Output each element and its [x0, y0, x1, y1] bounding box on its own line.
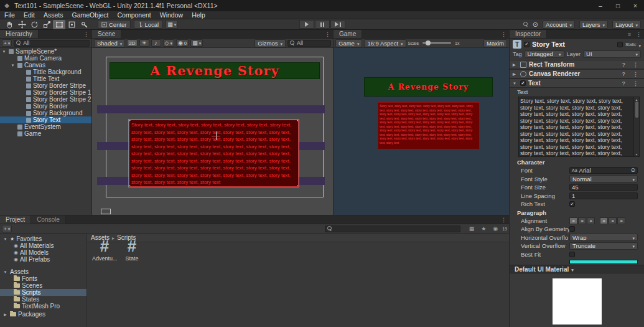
gizmos-dropdown[interactable]: Gizmos — [254, 39, 286, 47]
rotate-tool-icon[interactable] — [28, 20, 40, 29]
align-right-icon[interactable]: ≡ — [587, 217, 595, 224]
text-component[interactable]: ▼ Text ? ⋮ — [510, 78, 644, 88]
account-dropdown[interactable]: Account — [543, 21, 575, 29]
selection-handle[interactable] — [129, 120, 131, 121]
step-button[interactable] — [330, 20, 345, 29]
hierarchy-item-main-camera[interactable]: Main Camera — [0, 55, 91, 62]
play-button[interactable] — [299, 20, 314, 29]
hierarchy-item-tittle-text[interactable]: Tittle Text — [0, 75, 91, 82]
grid-snapping-button[interactable]: ▦ — [166, 20, 178, 29]
align-by-geometry-checkbox[interactable] — [569, 226, 575, 232]
font-object-field[interactable]: AaArial⊙ — [569, 167, 638, 174]
label-filter-icon[interactable]: ★ — [478, 225, 488, 232]
hidden-packages-icon[interactable]: ◉ — [490, 225, 500, 232]
static-dropdown-icon[interactable] — [638, 39, 641, 50]
selection-handle[interactable] — [297, 185, 299, 187]
tab-game[interactable]: Game — [334, 30, 362, 38]
story-text-object-selected[interactable]: Story text, story text, story text, stor… — [129, 120, 299, 187]
assets-root[interactable]: Assets — [0, 268, 86, 275]
component-enabled-checkbox[interactable] — [520, 80, 526, 86]
expand-arrow-icon[interactable] — [2, 237, 8, 241]
scene-viewport[interactable]: A Revenge Story Story text, story text, … — [92, 48, 333, 215]
add-gameobject-button[interactable]: + — [2, 39, 12, 47]
packages-root[interactable]: Packages — [0, 311, 86, 318]
hierarchy-item-story-background[interactable]: Story Background — [0, 110, 91, 116]
align-center-icon[interactable]: ≡ — [578, 217, 586, 224]
file-state-script[interactable]: # State — [119, 237, 144, 262]
align-bottom-icon[interactable]: ≡ — [617, 217, 625, 224]
hierarchy-item-story-border-stripe[interactable]: Story Border Stripe — [0, 82, 91, 89]
scene-audio-button[interactable]: ♪ — [151, 39, 161, 47]
active-checkbox[interactable] — [524, 42, 530, 47]
move-gizmo[interactable] — [212, 131, 220, 140]
align-top-icon[interactable]: ≡ — [600, 217, 608, 224]
tab-scene[interactable]: Scene — [92, 30, 121, 38]
rich-text-checkbox[interactable] — [569, 201, 575, 207]
scroll-up-icon[interactable]: ▲ — [635, 97, 638, 102]
layout-dropdown[interactable]: Layout — [612, 21, 641, 29]
favorites-header[interactable]: ★Favorites — [0, 235, 86, 242]
expand-arrow-icon[interactable] — [1, 50, 7, 54]
folder-scripts-selected[interactable]: Scripts — [0, 289, 86, 296]
tab-hierarchy[interactable]: Hierarchy — [0, 30, 39, 38]
scene-lighting-button[interactable]: ☀ — [139, 39, 149, 47]
tab-console[interactable]: Console — [31, 216, 66, 224]
folder-textmesh-pro[interactable]: TextMesh Pro — [0, 303, 86, 310]
hierarchy-item-story-border-stripe-1[interactable]: Story Border Stripe 1 — [0, 89, 91, 96]
tab-project[interactable]: Project — [0, 216, 31, 224]
panel-menu-icon[interactable]: ⋮ — [498, 216, 509, 224]
hierarchy-search-input[interactable]: All — [14, 40, 90, 47]
close-button[interactable]: × — [627, 0, 644, 11]
hierarchy-item-story-border[interactable]: Story Border — [0, 103, 91, 110]
scale-tool-icon[interactable] — [40, 20, 53, 29]
hierarchy-item-tittle-background[interactable]: Tittle Background — [0, 69, 91, 75]
scale-slider-thumb[interactable] — [426, 40, 431, 45]
expand-arrow-icon[interactable] — [10, 64, 16, 67]
search-icon[interactable] — [523, 22, 528, 27]
selection-handle[interactable] — [129, 185, 131, 187]
pause-button[interactable] — [315, 20, 330, 29]
expand-arrow-icon[interactable] — [2, 270, 8, 274]
help-icon[interactable]: ? — [620, 80, 628, 87]
hierarchy-item-eventsystem[interactable]: EventSystem — [0, 123, 91, 130]
selection-handle[interactable] — [297, 120, 299, 121]
aspect-ratio-dropdown[interactable]: 16:9 Aspect — [364, 39, 406, 47]
static-checkbox[interactable] — [617, 42, 623, 47]
hierarchy-item-samplescene[interactable]: SampleScene* — [0, 48, 91, 55]
favorite-all-materials[interactable]: ◉All Materials — [0, 242, 86, 249]
rect-transform-component[interactable]: ▶ Rect Transform ? ⋮ — [510, 60, 644, 69]
align-left-icon[interactable]: ≡ — [569, 217, 577, 224]
move-tool-icon[interactable] — [16, 20, 28, 29]
menu-help[interactable]: Help — [187, 11, 210, 19]
align-middle-icon[interactable]: ≡ — [609, 217, 617, 224]
hierarchy-item-story-border-stripe-2[interactable]: Story Border Stripe 2 — [0, 96, 91, 103]
add-asset-button[interactable]: + — [2, 225, 12, 232]
object-picker-icon[interactable]: ⊙ — [630, 168, 635, 173]
layers-dropdown[interactable]: Layers — [579, 21, 608, 29]
hierarchy-item-story-text[interactable]: Story Text — [0, 116, 91, 123]
tag-dropdown[interactable]: Untagged — [525, 50, 564, 58]
minimize-button[interactable]: – — [592, 0, 609, 11]
target-icon[interactable]: ⊙ — [533, 21, 538, 28]
component-menu-icon[interactable]: ⋮ — [630, 80, 641, 87]
menu-assets[interactable]: Assets — [39, 11, 68, 19]
line-spacing-field[interactable]: 1 — [569, 192, 638, 199]
material-foldout[interactable]: Default UI Material — [510, 265, 644, 273]
file-adventure-script[interactable]: # Adventu... — [92, 237, 117, 262]
text-color-swatch[interactable] — [569, 260, 638, 264]
text-value-input[interactable]: Story text, story text, story text, stor… — [519, 97, 633, 156]
scale-slider[interactable] — [422, 42, 451, 44]
component-menu-icon[interactable]: ⋮ — [630, 62, 641, 68]
font-style-dropdown[interactable]: Normal — [569, 175, 638, 182]
font-size-field[interactable]: 45 — [569, 184, 638, 191]
favorite-all-prefabs[interactable]: ◉All Prefabs — [0, 256, 86, 263]
vertical-overflow-dropdown[interactable]: Truncate — [569, 242, 638, 250]
2d-toggle-button[interactable]: 2D — [127, 39, 137, 47]
help-icon[interactable]: ? — [620, 71, 628, 77]
help-icon[interactable]: ? — [620, 62, 628, 68]
hierarchy-item-canvas[interactable]: Canvas — [0, 62, 91, 69]
menu-window[interactable]: Window — [156, 11, 187, 19]
textarea-scrollbar[interactable]: ▲ ▼ — [633, 97, 639, 156]
panel-menu-icon[interactable]: ⋮ — [633, 30, 644, 38]
foldout-arrow-icon[interactable]: ▶ — [513, 62, 518, 67]
